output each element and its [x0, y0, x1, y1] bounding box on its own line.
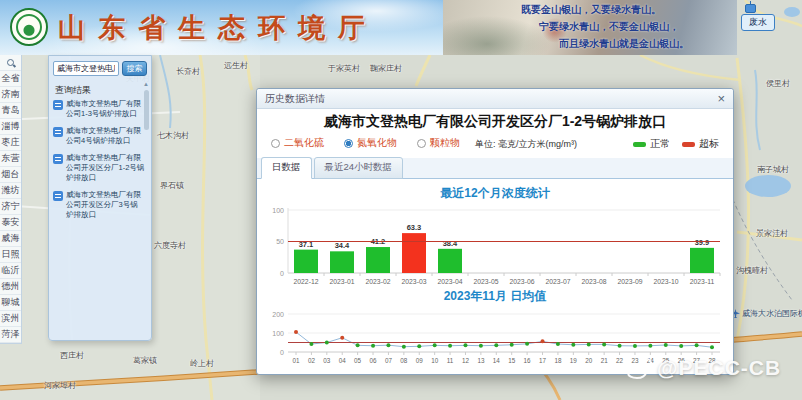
legend-label: 正常	[650, 137, 670, 151]
map-village-label: 界石镇	[160, 180, 184, 191]
search-button[interactable]: 搜索	[122, 61, 147, 76]
legend-color-swatch	[682, 142, 695, 147]
weibo-icon	[626, 357, 652, 379]
legend-color-swatch	[633, 142, 646, 147]
city-strip-item[interactable]: 东营	[0, 151, 21, 167]
city-strip-item[interactable]: 泰安	[0, 215, 21, 231]
svg-text:20: 20	[585, 357, 593, 364]
tab-last-24h[interactable]: 最近24小时数据	[314, 157, 404, 179]
search-input[interactable]	[53, 61, 119, 76]
result-list-item[interactable]: 威海市文登热电厂有限公司开发区分厂3号锅炉排放口	[53, 190, 145, 220]
svg-text:08: 08	[400, 357, 408, 364]
svg-text:2022-12: 2022-12	[294, 278, 319, 285]
map-village-label: 西庄村	[60, 350, 84, 361]
document-icon	[53, 154, 63, 164]
monthly-chart-title: 最近12个月浓度统计	[257, 185, 733, 202]
pollutant-radio[interactable]: 颗粒物	[417, 136, 460, 150]
map-village-label: 长夼村	[176, 66, 200, 77]
map-village-label: 葛家镇	[133, 355, 157, 366]
city-strip-item[interactable]: 淄博	[0, 119, 21, 135]
city-strip-item[interactable]: 聊城	[0, 295, 21, 311]
strip-search-icon[interactable]	[0, 55, 21, 71]
document-icon	[53, 127, 63, 137]
svg-text:100: 100	[272, 207, 284, 214]
chart-legend: 正常超标	[633, 137, 719, 151]
svg-text:2023-01: 2023-01	[330, 278, 355, 285]
result-list-item[interactable]: 威海市文登热电厂有限公司4号锅炉排放口	[53, 126, 145, 146]
map-village-label: 于家英村	[328, 63, 360, 74]
scroll-up-icon[interactable]: ▲	[143, 80, 149, 88]
svg-text:2023-08: 2023-08	[582, 278, 607, 285]
svg-text:2023-09: 2023-09	[618, 278, 643, 285]
legend-item: 正常	[633, 137, 670, 151]
result-text: 威海市文登热电厂有限公司开发区分厂3号锅炉排放口	[66, 190, 145, 220]
city-strip-item[interactable]: 济南	[0, 87, 21, 103]
svg-text:0: 0	[280, 270, 284, 277]
result-text: 威海市文登热电厂有限公司4号锅炉排放口	[66, 126, 145, 146]
svg-text:2023-05: 2023-05	[474, 278, 499, 285]
svg-text:2023-11: 2023-11	[690, 278, 715, 285]
svg-text:2023-04: 2023-04	[438, 278, 463, 285]
monthly-bar-chart: 0501002022-1237.12023-0134.42023-0241.22…	[262, 203, 728, 287]
city-strip-item[interactable]: 烟台	[0, 167, 21, 183]
department-logo-icon	[10, 8, 48, 46]
station-marker-icon[interactable]	[745, 4, 756, 13]
controls-row: 二氧化硫氮氧化物颗粒物 单位: 毫克/立方米(mg/m³) 正常超标	[257, 135, 733, 153]
svg-text:2023-02: 2023-02	[366, 278, 391, 285]
modal-header: 历史数据详情 ×	[257, 89, 733, 109]
outlet-title: 威海市文登热电厂有限公司开发区分厂1-2号锅炉排放口	[257, 113, 733, 131]
map-village-label: 鞠家庄村	[370, 63, 402, 74]
close-icon[interactable]: ×	[717, 92, 725, 105]
radio-dot-icon[interactable]	[271, 139, 280, 148]
city-strip-item[interactable]: 潍坊	[0, 183, 21, 199]
result-list-item[interactable]: 威海市文登热电厂有限公司1-3号锅炉排放口	[53, 99, 145, 119]
radio-dot-icon[interactable]	[417, 139, 426, 148]
radio-dot-icon[interactable]	[344, 139, 353, 148]
airport-label: 威海大水泊国际机场	[731, 308, 802, 319]
city-strip-item[interactable]: 威海	[0, 231, 21, 247]
city-strip-item[interactable]: 临沂	[0, 263, 21, 279]
svg-text:63.3: 63.3	[407, 223, 422, 232]
city-strip-item[interactable]: 青岛	[0, 103, 21, 119]
svg-text:39.9: 39.9	[695, 238, 710, 247]
map-village-label: 河家埠村	[44, 380, 76, 391]
pollutant-radio-label: 氮氧化物	[357, 136, 397, 150]
city-strip-item[interactable]: 滨州	[0, 311, 21, 327]
city-strip-item[interactable]: 菏泽	[0, 327, 21, 343]
modal-window-title: 历史数据详情	[265, 92, 325, 106]
map-village-label: 远生村	[224, 60, 248, 71]
svg-text:22: 22	[616, 357, 624, 364]
map-village-label: 七木沟村	[157, 130, 189, 141]
svg-text:200: 200	[272, 311, 284, 318]
slogan-line: 宁要绿水青山，不要金山银山，	[539, 20, 737, 34]
pollutant-radio[interactable]: 氮氧化物	[344, 136, 397, 150]
results-list: 威海市文登热电厂有限公司1-3号锅炉排放口威海市文登热电厂有限公司4号锅炉排放口…	[53, 99, 145, 227]
svg-text:15: 15	[508, 357, 516, 364]
slogan-photo: 既要金山银山，又要绿水青山。宁要绿水青山，不要金山银山，而且绿水青山就是金山银山…	[443, 0, 737, 55]
svg-text:04: 04	[339, 357, 347, 364]
wastewater-map-marker[interactable]: 废水	[741, 14, 775, 31]
city-strip-item[interactable]: 济宁	[0, 199, 21, 215]
svg-text:02: 02	[308, 357, 316, 364]
svg-text:01: 01	[292, 357, 300, 364]
pollutant-radio[interactable]: 二氧化硫	[271, 136, 324, 150]
svg-text:16: 16	[524, 357, 532, 364]
search-panel: 搜索 ▲ 查询结果 威海市文登热电厂有限公司1-3号锅炉排放口威海市文登热电厂有…	[48, 55, 152, 341]
map-village-label: 侯里村	[766, 78, 790, 89]
city-strip-item[interactable]: 全省	[0, 71, 21, 87]
city-strip-item[interactable]: 日照	[0, 247, 21, 263]
result-text: 威海市文登热电厂有限公司开发区分厂1-2号锅炉排放口	[66, 153, 145, 183]
city-strip-item[interactable]: 枣庄	[0, 135, 21, 151]
map-village-label: 南子城村	[757, 164, 789, 175]
city-strip-item[interactable]: 德州	[0, 279, 21, 295]
result-list-item[interactable]: 威海市文登热电厂有限公司开发区分厂1-2号锅炉排放口	[53, 153, 145, 183]
watermark-text: @PECC-CB	[657, 356, 781, 380]
site-title: 山东省生态环境厅	[58, 10, 378, 46]
svg-text:38.4: 38.4	[443, 239, 458, 248]
svg-text:34.4: 34.4	[335, 241, 350, 250]
tab-daily-data[interactable]: 日数据	[261, 157, 312, 179]
history-data-modal: 历史数据详情 × 威海市文登热电厂有限公司开发区分厂1-2号锅炉排放口 二氧化硫…	[256, 88, 734, 375]
pollutant-radio-group: 二氧化硫氮氧化物颗粒物	[271, 136, 460, 150]
svg-text:18: 18	[554, 357, 562, 364]
svg-text:13: 13	[477, 357, 485, 364]
